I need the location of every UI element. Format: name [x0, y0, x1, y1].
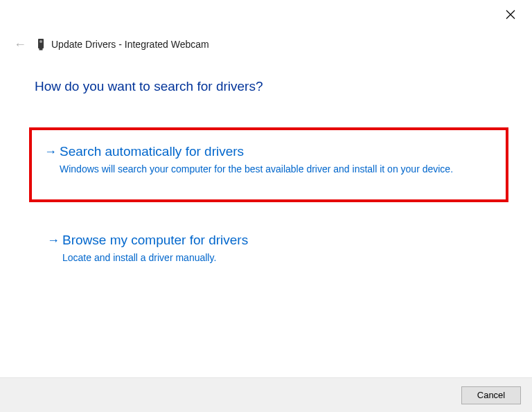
dialog-footer: Cancel	[0, 377, 532, 412]
back-arrow-icon[interactable]: ←	[12, 37, 28, 52]
arrow-right-icon: →	[44, 143, 60, 176]
option-text: Browse my computer for drivers Locate an…	[62, 231, 485, 265]
svg-point-3	[39, 40, 42, 43]
option-title: Search automatically for drivers	[60, 143, 493, 161]
option-list: → Search automatically for drivers Windo…	[35, 127, 497, 277]
option-description: Windows will search your computer for th…	[60, 162, 493, 176]
arrow-right-icon: →	[47, 231, 62, 265]
content-area: How do you want to search for drivers? →…	[0, 53, 532, 277]
close-button[interactable]	[504, 8, 517, 21]
option-description: Locate and install a driver manually.	[62, 251, 485, 265]
cancel-button[interactable]: Cancel	[461, 386, 521, 404]
svg-rect-4	[39, 48, 43, 51]
option-title: Browse my computer for drivers	[62, 231, 485, 249]
option-browse-computer[interactable]: → Browse my computer for drivers Locate …	[35, 222, 497, 277]
title-bar	[0, 0, 532, 30]
nav-row: ← Update Drivers - Integrated Webcam	[0, 36, 532, 53]
option-search-automatically[interactable]: → Search automatically for drivers Windo…	[29, 127, 508, 202]
breadcrumb: Update Drivers - Integrated Webcam	[51, 39, 209, 50]
page-heading: How do you want to search for drivers?	[35, 79, 497, 94]
close-icon	[506, 10, 515, 19]
webcam-device-icon	[37, 38, 44, 51]
option-text: Search automatically for drivers Windows…	[60, 143, 493, 176]
